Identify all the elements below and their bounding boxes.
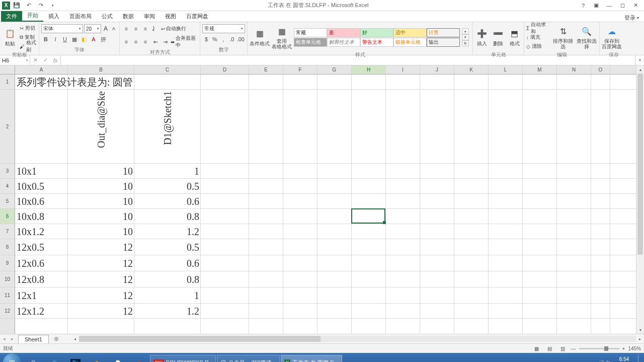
hscroll-thumb[interactable] bbox=[79, 336, 320, 342]
cell[interactable]: Out_dia@Ske bbox=[68, 90, 134, 164]
row-header-12[interactable]: 12 bbox=[0, 304, 15, 319]
cell[interactable]: 1.2 bbox=[134, 224, 201, 239]
col-header-D[interactable]: D bbox=[201, 65, 249, 74]
italic-button[interactable]: I bbox=[51, 35, 60, 44]
col-header-F[interactable]: F bbox=[283, 65, 317, 74]
col-header-O[interactable]: O bbox=[591, 65, 610, 74]
row-header-11[interactable]: 11 bbox=[0, 287, 15, 304]
scroll-left-button[interactable]: ◂ bbox=[71, 337, 79, 341]
formula-bar-expand-button[interactable]: ▾ bbox=[635, 55, 644, 65]
col-header-B[interactable]: B bbox=[68, 65, 134, 74]
cell[interactable]: 0.5 bbox=[134, 239, 201, 255]
cell[interactable]: 1.2 bbox=[134, 304, 201, 319]
style-cell[interactable]: 输出 bbox=[427, 38, 460, 47]
bold-button[interactable]: B bbox=[41, 35, 50, 44]
view-page-layout-button[interactable]: ▤ bbox=[545, 345, 555, 352]
baidu-save-button[interactable]: ☁保存到 百度网盘 bbox=[602, 23, 622, 51]
cell[interactable]: 12x0.8 bbox=[15, 271, 68, 287]
qat-redo-button[interactable]: ↷ bbox=[35, 1, 46, 10]
find-select-button[interactable]: 🔍查找和选择 bbox=[576, 23, 597, 51]
cell[interactable]: 1 bbox=[134, 164, 201, 179]
col-header-L[interactable]: L bbox=[489, 65, 523, 74]
select-all-corner[interactable] bbox=[0, 65, 15, 75]
increase-decimal-button[interactable]: .0 bbox=[228, 35, 236, 44]
table-format-button[interactable]: ▦ 套用 表格格式 bbox=[272, 23, 292, 51]
tray-icons[interactable]: ▴ 🔊 ⚐ bbox=[595, 360, 611, 363]
cell[interactable]: 1 bbox=[134, 287, 201, 304]
taskbar-app-ps[interactable]: Ps bbox=[65, 354, 86, 362]
row-header-10[interactable]: 10 bbox=[0, 271, 15, 287]
taskbar-solidworks[interactable]: SWSOLIDWORKS P... bbox=[150, 355, 216, 362]
cell[interactable]: 12 bbox=[68, 304, 134, 319]
fill-color-button[interactable]: ◧ bbox=[79, 35, 89, 44]
cell[interactable]: 12 bbox=[68, 255, 134, 271]
taskbar-browser[interactable]: ◯公众号 – 360极速... bbox=[217, 355, 280, 362]
tab-data[interactable]: 数据 bbox=[118, 11, 139, 22]
gallery-down-button[interactable]: ▾ bbox=[462, 34, 469, 40]
style-cell[interactable]: 链接单元格 bbox=[393, 38, 427, 47]
tab-review[interactable]: 审阅 bbox=[139, 11, 160, 22]
cell[interactable]: 12x1 bbox=[15, 287, 68, 304]
cell[interactable]: 0.5 bbox=[134, 179, 201, 194]
number-format-select[interactable]: 常规 bbox=[202, 24, 245, 33]
autosum-button[interactable]: Σ自动求和 bbox=[526, 24, 550, 32]
wrap-text-button[interactable]: ↩自动换行 bbox=[161, 25, 186, 32]
cut-button[interactable]: ✂剪切 bbox=[20, 24, 37, 32]
tab-file[interactable]: 文件 bbox=[1, 11, 22, 22]
style-cell[interactable]: 好 bbox=[360, 28, 393, 37]
font-size-select[interactable]: 20 bbox=[84, 24, 101, 33]
orientation-button[interactable]: ⤸ bbox=[151, 25, 160, 32]
cell[interactable]: 10x0.5 bbox=[15, 179, 68, 194]
taskbar-app-4[interactable]: ⬣ bbox=[108, 354, 128, 362]
style-cell[interactable]: 检查单元格 bbox=[294, 38, 327, 47]
align-top-button[interactable]: ≡ bbox=[122, 24, 131, 33]
tab-nav-prev[interactable]: ▸ bbox=[8, 336, 16, 341]
merge-center-button[interactable]: ⬌合并后居中 bbox=[171, 35, 198, 49]
cell[interactable]: 10 bbox=[68, 179, 134, 194]
cell[interactable]: 10 bbox=[68, 194, 134, 209]
conditional-format-button[interactable]: ▦ 条件格式 bbox=[250, 23, 270, 51]
qat-customize-button[interactable]: ▾ bbox=[47, 1, 58, 10]
vscroll-thumb[interactable] bbox=[637, 74, 643, 255]
comma-button[interactable]: , bbox=[219, 35, 227, 44]
tab-home[interactable]: 开始 bbox=[22, 10, 43, 22]
taskbar-app-3[interactable]: ◆ bbox=[87, 354, 107, 362]
row-header-4[interactable]: 4 bbox=[0, 179, 15, 194]
cell[interactable]: 0.8 bbox=[134, 209, 201, 224]
row-header-1[interactable]: 1 bbox=[0, 75, 15, 90]
tab-insert[interactable]: 插入 bbox=[43, 11, 64, 22]
row-header-5[interactable]: 5 bbox=[0, 194, 15, 209]
tab-formulas[interactable]: 公式 bbox=[97, 11, 118, 22]
increase-indent-button[interactable]: ⇥ bbox=[160, 37, 170, 46]
insert-function-button[interactable]: fx bbox=[50, 57, 60, 63]
cell[interactable]: 10x1 bbox=[15, 164, 68, 179]
add-sheet-button[interactable]: ⊕ bbox=[52, 335, 61, 343]
close-button[interactable]: ✕ bbox=[630, 1, 641, 10]
col-header-H[interactable]: H bbox=[352, 65, 386, 74]
taskbar-excel[interactable]: X工作表 在 圆管.S... bbox=[281, 355, 342, 362]
gallery-more-button[interactable]: ⊵ bbox=[462, 40, 469, 46]
row-header-2[interactable]: 2 bbox=[0, 90, 15, 164]
cell[interactable]: 10x0.6 bbox=[15, 194, 68, 209]
minimize-button[interactable]: — bbox=[604, 1, 615, 10]
zoom-in-button[interactable]: + bbox=[622, 346, 625, 351]
style-cell[interactable]: 常规 bbox=[294, 28, 327, 37]
row-header-3[interactable]: 3 bbox=[0, 164, 15, 179]
percent-button[interactable]: % bbox=[211, 35, 219, 44]
horizontal-scrollbar[interactable]: ◂ ▸ bbox=[71, 336, 644, 342]
delete-cells-button[interactable]: ➖删除 bbox=[491, 23, 505, 51]
col-header-N[interactable]: N bbox=[557, 65, 591, 74]
cell[interactable]: 10 bbox=[68, 209, 134, 224]
taskbar-app-2[interactable]: ◉ bbox=[44, 354, 64, 362]
taskbar-app-1[interactable]: ◎ bbox=[23, 354, 43, 362]
col-header-J[interactable]: J bbox=[420, 65, 454, 74]
scroll-right-button[interactable]: ▸ bbox=[636, 337, 644, 341]
format-painter-button[interactable]: 🖌格式刷 bbox=[20, 42, 37, 50]
qat-save-button[interactable]: 💾 bbox=[11, 1, 22, 10]
cell[interactable]: 10x1.2 bbox=[15, 224, 68, 239]
enter-formula-button[interactable]: ✓ bbox=[40, 57, 50, 63]
start-button[interactable]: ⊞ bbox=[2, 354, 22, 362]
fill-button[interactable]: ↓填充 bbox=[526, 33, 550, 41]
maximize-button[interactable]: ◻ bbox=[617, 1, 628, 10]
cell[interactable]: 12 bbox=[68, 239, 134, 255]
